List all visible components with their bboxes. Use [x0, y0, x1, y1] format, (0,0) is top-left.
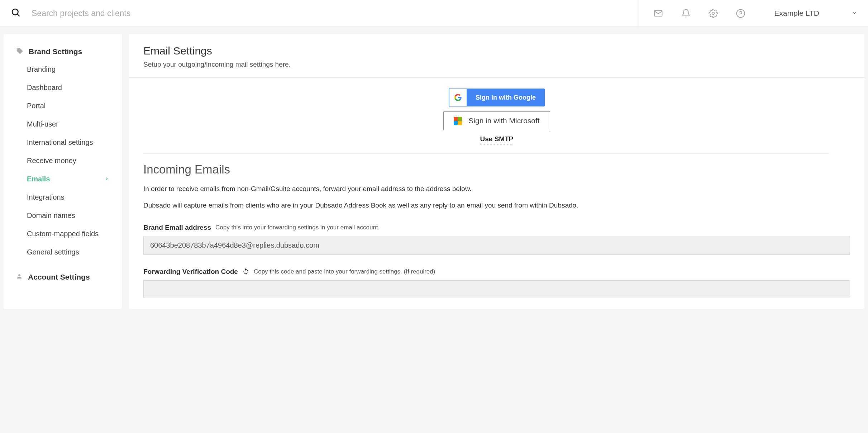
account-settings-label: Account Settings	[28, 273, 90, 281]
section-divider	[143, 153, 829, 154]
sidebar-item-label: Portal	[27, 102, 46, 110]
chevron-down-icon	[852, 9, 857, 18]
brand-dropdown[interactable]: Example LTD	[774, 9, 857, 18]
smtp-link[interactable]: Use SMTP	[480, 135, 514, 144]
google-icon	[449, 89, 467, 106]
sidebar-item-label: Custom-mapped fields	[27, 230, 99, 238]
verification-label-row: Forwarding Verification Code Copy this c…	[143, 267, 850, 276]
brand-settings-header[interactable]: Brand Settings	[4, 43, 122, 60]
sidebar-item-receive-money[interactable]: Receive money	[4, 152, 122, 170]
sidebar-item-domain-names[interactable]: Domain names	[4, 206, 122, 225]
microsoft-icon	[454, 117, 462, 125]
sidebar-item-integrations[interactable]: Integrations	[4, 188, 122, 206]
sidebar-item-label: Dashboard	[27, 84, 62, 92]
brand-settings-label: Brand Settings	[29, 47, 82, 56]
incoming-info-2: Dubsado will capture emails from clients…	[143, 200, 850, 211]
sidebar-item-label: Multi-user	[27, 120, 58, 128]
svg-point-3	[712, 12, 715, 15]
svg-rect-2	[655, 10, 662, 16]
user-icon	[16, 273, 23, 281]
sidebar-item-general-settings[interactable]: General settings	[4, 243, 122, 261]
page-title: Email Settings	[143, 45, 850, 57]
google-button-label: Sign in with Google	[467, 94, 544, 101]
brand-email-label: Brand Email address	[143, 224, 211, 232]
verification-hint: Copy this code and paste into your forwa…	[254, 268, 435, 275]
sidebar-item-label: General settings	[27, 248, 79, 256]
content: Email Settings Setup your outgoing/incom…	[129, 34, 864, 309]
brand-email-label-row: Brand Email address Copy this into your …	[143, 224, 850, 232]
verification-label: Forwarding Verification Code	[143, 268, 238, 276]
sidebar-item-label: Branding	[27, 65, 56, 73]
sidebar: Brand Settings Branding Dashboard Portal…	[4, 34, 122, 309]
help-icon[interactable]	[736, 9, 745, 18]
header: Example LTD	[0, 0, 868, 27]
incoming-emails-title: Incoming Emails	[143, 163, 850, 176]
refresh-icon[interactable]	[242, 267, 249, 276]
gear-icon[interactable]	[709, 9, 718, 18]
sidebar-item-custom-fields[interactable]: Custom-mapped fields	[4, 225, 122, 243]
svg-point-4	[737, 9, 745, 18]
incoming-info-1: In order to receive emails from non-Gmai…	[143, 184, 850, 194]
sidebar-item-label: International settings	[27, 138, 93, 147]
sidebar-item-label: Domain names	[27, 211, 75, 220]
sidebar-item-international[interactable]: International settings	[4, 133, 122, 152]
search-input[interactable]	[32, 9, 639, 18]
header-actions: Example LTD	[639, 0, 857, 27]
account-settings-header[interactable]: Account Settings	[4, 268, 122, 286]
sidebar-item-dashboard[interactable]: Dashboard	[4, 78, 122, 97]
mail-icon[interactable]	[653, 8, 663, 18]
sidebar-item-branding[interactable]: Branding	[4, 60, 122, 78]
auth-buttons: Sign in with Google Sign in with Microso…	[143, 89, 850, 144]
sidebar-item-label: Receive money	[27, 157, 76, 165]
svg-point-0	[12, 9, 18, 15]
page-subtitle: Setup your outgoing/incoming mail settin…	[143, 61, 850, 68]
svg-line-1	[18, 14, 20, 16]
google-signin-button[interactable]: Sign in with Google	[449, 89, 545, 106]
brand-name: Example LTD	[774, 9, 819, 18]
sidebar-item-emails[interactable]: Emails	[4, 170, 122, 188]
sidebar-item-portal[interactable]: Portal	[4, 97, 122, 115]
search-icon[interactable]	[11, 8, 21, 19]
sidebar-item-label: Integrations	[27, 193, 65, 201]
divider	[129, 77, 864, 78]
bell-icon[interactable]	[681, 9, 691, 18]
microsoft-signin-button[interactable]: Sign in with Microsoft	[443, 111, 550, 130]
main-container: Brand Settings Branding Dashboard Portal…	[0, 27, 868, 316]
verification-field[interactable]	[143, 280, 850, 298]
brand-email-field[interactable]: 60643be208783b7a4964d8e3@replies.dubsado…	[143, 236, 850, 255]
microsoft-button-label: Sign in with Microsoft	[468, 116, 539, 125]
sidebar-item-multi-user[interactable]: Multi-user	[4, 115, 122, 133]
chevron-right-icon	[104, 175, 109, 183]
search-container	[11, 8, 639, 19]
brand-email-hint: Copy this into your forwarding settings …	[215, 224, 380, 231]
tag-icon	[16, 47, 23, 56]
sidebar-item-label: Emails	[27, 175, 50, 183]
